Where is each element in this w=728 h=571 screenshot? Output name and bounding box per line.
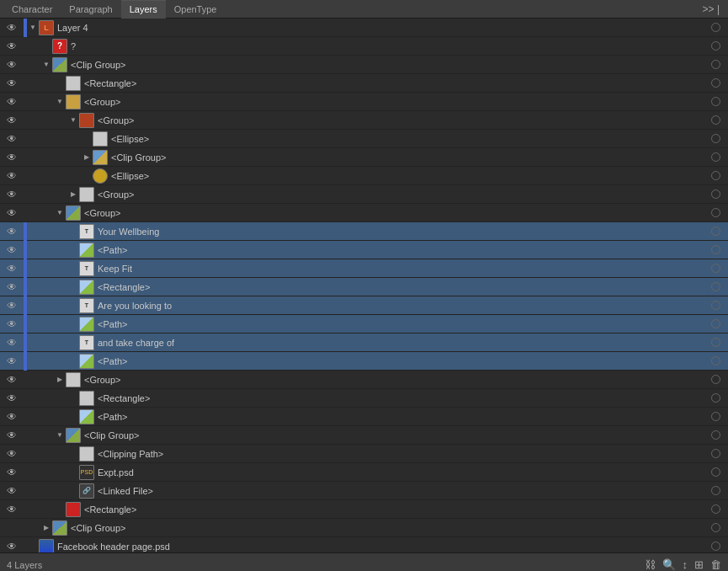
eye-visibility[interactable]: 👁 <box>0 300 24 312</box>
layer-row[interactable]: 👁▶<Group> <box>0 185 728 204</box>
collapse-arrow[interactable]: ▼ <box>54 431 66 439</box>
layer-target[interactable] <box>706 171 725 180</box>
layer-row[interactable]: 👁Facebook header page.psd <box>0 537 728 552</box>
layer-target[interactable] <box>706 134 725 143</box>
layer-row[interactable]: 👁TAre you looking to <box>0 296 728 315</box>
eye-visibility[interactable]: 👁 <box>0 170 24 182</box>
eye-visibility[interactable]: 👁 <box>0 189 24 200</box>
eye-visibility[interactable]: 👁 <box>0 244 24 256</box>
layer-target[interactable] <box>706 41 725 51</box>
collapse-arrow[interactable]: ▼ <box>54 209 66 216</box>
layer-target[interactable] <box>706 97 725 106</box>
eye-visibility[interactable]: 👁 <box>0 467 24 478</box>
layer-row[interactable]: 👁?? <box>0 37 728 56</box>
layer-target[interactable] <box>706 375 725 384</box>
eye-visibility[interactable]: 👁 <box>0 152 24 163</box>
eye-visibility[interactable]: 👁 <box>0 22 24 34</box>
layer-row[interactable]: 👁<Path> <box>0 352 728 371</box>
layer-target[interactable] <box>706 449 725 458</box>
eye-visibility[interactable]: 👁 <box>0 133 24 145</box>
layer-target[interactable] <box>706 282 725 291</box>
layer-row[interactable]: 👁<Ellipse> <box>0 167 728 185</box>
eye-visibility[interactable]: 👁 <box>0 541 24 552</box>
eye-visibility[interactable]: 👁 <box>0 59 24 71</box>
layer-row[interactable]: 👁<Clipping Path> <box>0 445 728 463</box>
eye-visibility[interactable]: 👁 <box>0 207 24 219</box>
layer-row[interactable]: ▶<Clip Group> <box>0 519 728 537</box>
layer-row[interactable]: 👁TKeep Fit <box>0 259 728 278</box>
search-icon[interactable]: 🔍 <box>662 558 676 571</box>
layer-target[interactable] <box>706 412 725 421</box>
eye-visibility[interactable]: 👁 <box>0 281 24 293</box>
eye-visibility[interactable]: 👁 <box>0 411 24 423</box>
layer-row[interactable]: 👁<Path> <box>0 315 728 334</box>
eye-visibility[interactable]: 👁 <box>0 355 24 367</box>
layer-row[interactable]: 👁▶<Group> <box>0 371 728 389</box>
layer-row[interactable]: 👁<Path> <box>0 241 728 259</box>
delete-layer-icon[interactable]: 🗑 <box>710 558 721 571</box>
tab-opentype[interactable]: OpenType <box>166 0 226 19</box>
layer-target[interactable] <box>706 60 725 69</box>
layer-target[interactable] <box>706 189 725 199</box>
layer-target[interactable] <box>706 467 725 477</box>
layer-row[interactable]: 👁<Rectangle> <box>0 500 728 519</box>
layer-target[interactable] <box>706 301 725 310</box>
layer-row[interactable]: 👁🔗<Linked File> <box>0 482 728 500</box>
tab-character[interactable]: Character <box>3 0 61 19</box>
eye-visibility[interactable]: 👁 <box>0 448 24 460</box>
collapse-arrow[interactable]: ▼ <box>54 98 66 105</box>
tab-layers[interactable]: Layers <box>121 0 166 19</box>
tab-paragraph[interactable]: Paragraph <box>61 0 120 19</box>
layer-target[interactable] <box>706 227 725 236</box>
collapse-arrow[interactable]: ▼ <box>27 24 39 31</box>
eye-visibility[interactable]: 👁 <box>0 263 24 275</box>
layer-row[interactable]: 👁PSDExpt.psd <box>0 463 728 482</box>
eye-visibility[interactable]: 👁 <box>0 337 24 349</box>
layer-target[interactable] <box>706 542 725 551</box>
tab-more-button[interactable]: >> | <box>698 3 725 15</box>
layer-target[interactable] <box>706 338 725 347</box>
layer-row[interactable]: 👁▼<Group> <box>0 111 728 130</box>
link-icon[interactable]: ⛓ <box>645 558 656 571</box>
eye-visibility[interactable]: 👁 <box>0 40 24 52</box>
layer-row[interactable]: 👁▶<Clip Group> <box>0 148 728 167</box>
layer-target[interactable] <box>706 523 725 532</box>
layer-row[interactable]: 👁<Rectangle> <box>0 389 728 408</box>
layer-target[interactable] <box>706 208 725 217</box>
eye-visibility[interactable]: 👁 <box>0 77 24 89</box>
layer-row[interactable]: 👁▼<Group> <box>0 204 728 222</box>
layer-target[interactable] <box>706 486 725 495</box>
collapse-arrow[interactable]: ▶ <box>81 153 93 161</box>
eye-visibility[interactable]: 👁 <box>0 115 24 126</box>
collapse-arrow[interactable]: ▶ <box>54 376 66 383</box>
layer-row[interactable]: 👁TYour Wellbeing <box>0 222 728 241</box>
layer-target[interactable] <box>706 504 725 514</box>
layer-row[interactable]: 👁<Rectangle> <box>0 74 728 93</box>
eye-visibility[interactable]: 👁 <box>0 504 24 515</box>
eye-visibility[interactable]: 👁 <box>0 392 24 404</box>
collapse-arrow[interactable]: ▶ <box>40 524 52 531</box>
eye-visibility[interactable]: 👁 <box>0 374 24 386</box>
collapse-arrow[interactable]: ▶ <box>67 190 79 198</box>
layer-target[interactable] <box>706 245 725 254</box>
layer-target[interactable] <box>706 430 725 440</box>
grid-icon[interactable]: ⊞ <box>694 558 704 571</box>
eye-visibility[interactable]: 👁 <box>0 430 24 441</box>
eye-visibility[interactable]: 👁 <box>0 226 24 237</box>
layer-row[interactable]: 👁<Rectangle> <box>0 278 728 296</box>
eye-visibility[interactable]: 👁 <box>0 485 24 497</box>
layer-row[interactable]: 👁▼<Clip Group> <box>0 426 728 445</box>
layer-target[interactable] <box>706 264 725 273</box>
layer-row[interactable]: 👁<Ellipse> <box>0 130 728 148</box>
layer-target[interactable] <box>706 319 725 328</box>
layer-row[interactable]: 👁<Path> <box>0 408 728 426</box>
layer-target[interactable] <box>706 356 725 366</box>
layer-row[interactable]: 👁Tand take charge of <box>0 334 728 352</box>
layer-row[interactable]: 👁▼<Clip Group> <box>0 56 728 74</box>
eye-visibility[interactable]: 👁 <box>0 318 24 330</box>
layer-target[interactable] <box>706 78 725 88</box>
eye-visibility[interactable]: 👁 <box>0 96 24 108</box>
layer-target[interactable] <box>706 393 725 403</box>
move-layers-icon[interactable]: ↕ <box>683 558 688 571</box>
layer-target[interactable] <box>706 23 725 32</box>
